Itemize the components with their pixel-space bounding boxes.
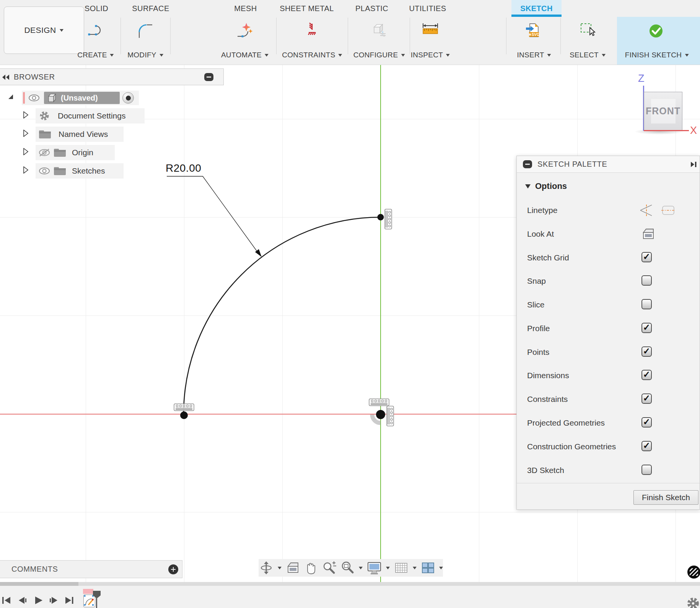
construction-linetype-icon[interactable] xyxy=(661,205,675,216)
step-forward-icon[interactable] xyxy=(48,595,59,606)
modify-icon[interactable] xyxy=(137,22,154,41)
finish-sketch-check-icon[interactable] xyxy=(647,22,665,41)
configure-menu[interactable]: CONFIGURE xyxy=(353,49,405,61)
sketch-grid-checkbox[interactable]: ✓ xyxy=(641,252,652,262)
eye-off-icon[interactable] xyxy=(38,148,50,157)
zoom-icon[interactable] xyxy=(322,561,336,575)
orbit-icon[interactable] xyxy=(259,561,273,575)
tab-solid[interactable]: SOLID xyxy=(81,0,112,17)
browser-root-row[interactable]: (Unsaved) xyxy=(22,91,139,105)
dimension-value[interactable]: R20.00 xyxy=(166,162,201,174)
tab-utilities[interactable]: UTILITIES xyxy=(405,0,451,17)
inspect-menu[interactable]: INSPECT xyxy=(411,49,450,61)
timeline-playhead-stem[interactable] xyxy=(96,598,97,608)
profile-checkbox[interactable]: ✓ xyxy=(641,323,652,333)
grid-settings-icon[interactable] xyxy=(394,561,408,574)
palette-row-linetype: Linetype xyxy=(517,203,700,218)
tab-mesh[interactable]: MESH xyxy=(230,0,261,17)
finish-sketch-palette-button[interactable]: Finish Sketch xyxy=(633,490,698,505)
eye-icon[interactable] xyxy=(28,94,40,102)
vertical-constraint-icon[interactable] xyxy=(387,406,394,426)
viewcube[interactable]: FRONT xyxy=(644,92,682,130)
dimensions-checkbox[interactable]: ✓ xyxy=(641,370,652,380)
finish-sketch-menu[interactable]: FINISH SKETCH xyxy=(625,49,689,61)
dropdown-caret-icon[interactable] xyxy=(278,567,282,569)
browser-item-origin[interactable]: Origin xyxy=(36,145,115,160)
expand-arrow-icon[interactable] xyxy=(23,148,29,155)
tab-surface[interactable]: SURFACE xyxy=(132,0,170,17)
expand-arrow-icon[interactable] xyxy=(23,111,29,119)
collapse-panel-icon[interactable] xyxy=(2,74,10,80)
dimension-leader-line[interactable] xyxy=(167,176,259,254)
select-menu[interactable]: SELECT xyxy=(570,49,606,61)
horizontal-constraint-icon[interactable] xyxy=(369,399,389,406)
dropdown-caret-icon xyxy=(602,54,606,57)
vertical-constraint-icon[interactable] xyxy=(385,209,392,229)
play-icon[interactable] xyxy=(33,595,43,606)
timeline-settings-gear-icon[interactable] xyxy=(685,596,700,608)
constraints-checkbox[interactable]: ✓ xyxy=(641,393,652,404)
browser-collapse-icon[interactable] xyxy=(204,73,213,81)
expand-arrow-icon[interactable] xyxy=(23,130,29,137)
dropdown-caret-icon[interactable] xyxy=(386,567,390,569)
construction-geometries-checkbox[interactable]: ✓ xyxy=(641,441,652,451)
dock-panel-icon[interactable] xyxy=(690,161,698,168)
dropdown-caret-icon[interactable] xyxy=(359,567,363,569)
expand-arrow-icon[interactable] xyxy=(8,94,14,100)
display-settings-icon[interactable] xyxy=(367,561,382,575)
coincident-constraint-icon[interactable] xyxy=(372,415,381,423)
create-icon[interactable] xyxy=(87,22,104,41)
viewports-icon[interactable] xyxy=(421,561,435,574)
projected-geometries-checkbox[interactable]: ✓ xyxy=(641,417,652,428)
configure-icon[interactable] xyxy=(370,22,388,41)
row-label: Construction Geometries xyxy=(527,442,616,451)
timeline-scrollbar-thumb[interactable] xyxy=(0,582,78,586)
go-to-end-icon[interactable] xyxy=(64,595,75,606)
design-workspace-selector[interactable]: DESIGN xyxy=(4,7,84,54)
step-back-icon[interactable] xyxy=(17,595,28,606)
go-to-start-icon[interactable] xyxy=(1,595,12,606)
document-name-highlight[interactable]: (Unsaved) xyxy=(44,92,120,104)
modify-menu[interactable]: MODIFY xyxy=(127,49,163,61)
comments-bar[interactable]: COMMENTS xyxy=(0,560,182,578)
sketch-palette-header[interactable]: SKETCH PALETTE xyxy=(517,156,700,173)
insert-menu[interactable]: INSERT xyxy=(517,49,551,61)
palette-collapse-icon[interactable] xyxy=(523,160,532,168)
eye-icon[interactable] xyxy=(38,166,50,176)
centerline-linetype-icon[interactable] xyxy=(639,204,653,217)
timeline-playhead-icon[interactable] xyxy=(93,590,101,599)
timeline-scrollbar-track[interactable] xyxy=(0,582,700,586)
snap-checkbox[interactable] xyxy=(641,275,652,286)
constraints-icon[interactable] xyxy=(303,22,321,41)
row-label: Dimensions xyxy=(527,371,569,380)
slice-checkbox[interactable] xyxy=(641,299,652,309)
points-checkbox[interactable]: ✓ xyxy=(641,346,652,357)
tab-plastic[interactable]: PLASTIC xyxy=(353,0,391,17)
browser-item-sketches[interactable]: Sketches xyxy=(36,163,124,179)
browser-item-named-views[interactable]: Named Views xyxy=(36,127,124,142)
options-section-header[interactable]: Options xyxy=(525,181,567,191)
zoom-window-icon[interactable] xyxy=(340,561,355,575)
insert-icon[interactable]: ✳SVG xyxy=(525,22,543,41)
dropdown-caret-icon[interactable] xyxy=(439,567,443,569)
create-menu[interactable]: CREATE xyxy=(77,49,114,61)
pan-icon[interactable] xyxy=(304,561,317,575)
activate-document-radio[interactable] xyxy=(122,92,134,104)
automate-icon[interactable] xyxy=(236,22,254,41)
dropdown-caret-icon xyxy=(160,54,163,57)
tab-sheet-metal[interactable]: SHEET METAL xyxy=(276,0,337,17)
expand-arrow-icon[interactable] xyxy=(23,166,29,174)
inspect-icon[interactable] xyxy=(422,22,439,41)
feedback-logo-badge[interactable] xyxy=(687,566,700,579)
browser-item-document-settings[interactable]: Document Settings xyxy=(36,108,145,124)
add-comment-icon[interactable] xyxy=(168,564,178,574)
constraints-menu[interactable]: CONSTRAINTS xyxy=(282,49,342,61)
select-icon[interactable] xyxy=(579,22,597,41)
look-at-icon[interactable] xyxy=(286,561,300,574)
component-cube-icon xyxy=(47,93,57,103)
dropdown-caret-icon[interactable] xyxy=(413,567,417,569)
automate-menu[interactable]: AUTOMATE xyxy=(221,49,269,61)
tab-sketch[interactable]: SKETCH xyxy=(511,0,562,17)
3d-sketch-checkbox[interactable] xyxy=(641,465,652,475)
look-at-icon[interactable] xyxy=(641,228,656,241)
